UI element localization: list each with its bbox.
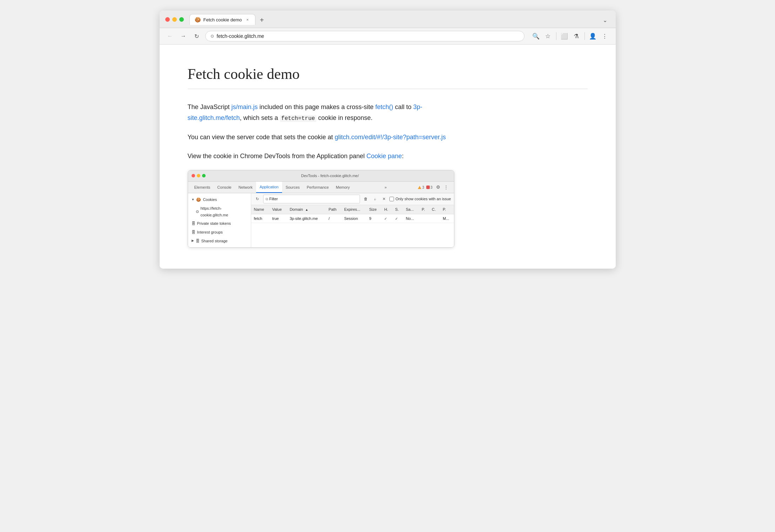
bookmark-star-icon[interactable]: ☆ [543,31,553,41]
dt-only-issues-row: Only show cookies with an issue [389,196,451,202]
dt-refresh-button[interactable]: ↻ [254,196,261,203]
browser-toolbar-icons: 🔍 ☆ ⬜ ⚗ 👤 ⋮ [531,31,610,41]
th-path: Path [326,205,341,214]
dt-sidebar-private-state-tokens[interactable]: 🗄 Private state tokens [188,219,251,228]
dt-settings-icon[interactable]: ⚙ [436,183,440,191]
dt-sidebar-cookies-url[interactable]: ⊙ https://fetch-cookie.glitch.me [188,204,251,219]
link-js-main[interactable]: js/main.js [232,103,258,110]
dt-tab-more[interactable]: » [382,182,389,193]
dt-tabs: Elements Console Network Application Sou… [188,182,454,194]
dt-db-icon-1: 🗄 [192,220,195,227]
paragraph-1: The JavaScript js/main.js included on th… [188,102,468,123]
traffic-light-yellow[interactable] [172,17,177,22]
url-security-icon: ⊙ [211,34,214,39]
link-fetch[interactable]: fetch() [375,103,393,110]
dt-warning-triangle-badge: 3 [418,184,424,190]
dt-tab-console[interactable]: Console [214,182,235,193]
tab-title: Fetch cookie demo [203,17,242,22]
td-domain: 3p-site.glitch.me [287,214,326,223]
dt-sidebar-interest-groups[interactable]: 🗄 Interest groups [188,228,251,237]
para1-text-before: The JavaScript [188,103,232,110]
browser-tab-active[interactable]: 🍪 Fetch cookie demo × [189,14,256,25]
dt-db-icon-2: 🗄 [192,229,195,236]
url-text: fetch-cookie.glitch.me [217,33,519,39]
dt-cookies-url-icon: ⊙ [196,208,199,215]
dt-cookies-label: Cookies [203,196,217,203]
dt-tab-application[interactable]: Application [256,182,282,193]
th-s: S. [392,205,403,214]
experiment-icon[interactable]: ⚗ [571,31,582,41]
paragraph-2: You can view the server code that sets t… [188,132,468,143]
dt-only-issues-label: Only show cookies with an issue [395,196,451,202]
dt-close-filter-button[interactable]: ✕ [380,196,387,203]
browser-window: 🍪 Fetch cookie demo × + ⌄ ← → ↻ ⊙ fetch-… [160,11,616,269]
para1-text-middle: included on this page makes a cross-site [258,103,375,110]
extensions-icon[interactable]: ⬜ [559,31,570,41]
back-button[interactable]: ← [165,31,175,41]
tab-favicon: 🍪 [195,17,201,22]
traffic-light-green[interactable] [179,17,184,22]
reload-button[interactable]: ↻ [192,31,202,41]
para3-text-before: View the cookie in Chrome DevTools from … [188,153,367,160]
code-fetch-true: fetch=true [280,115,316,122]
tabs-row: 🍪 Fetch cookie demo × + ⌄ [189,14,610,25]
tab-expand-button[interactable]: ⌄ [600,15,610,25]
th-value: Value [269,205,287,214]
td-p2: M... [440,214,454,223]
th-c: C. [429,205,440,214]
page-title: Fetch cookie demo [188,66,588,82]
dt-tab-network[interactable]: Network [235,182,256,193]
url-bar[interactable]: ⊙ fetch-cookie.glitch.me [205,31,525,41]
new-tab-button[interactable]: + [257,15,267,25]
dt-cookies-icon: 🍪 [196,196,201,203]
dt-cookies-url-label: https://fetch-cookie.glitch.me [201,205,247,218]
th-p: P. [419,205,429,214]
traffic-light-red[interactable] [165,17,170,22]
chrome-menu-icon[interactable]: ⋮ [600,31,610,41]
td-value: true [269,214,287,223]
dt-db-icon-3: 🗄 [196,238,200,244]
th-name: Name [251,205,269,214]
td-s: ✓ [392,214,403,223]
dt-only-issues-checkbox[interactable] [389,197,394,201]
dt-cookies-table: Name Value Domain ▲ Path Expires... Size… [251,205,454,223]
dt-warn-square-icon [426,186,430,189]
dt-tab-sources[interactable]: Sources [282,182,303,193]
table-row[interactable]: fetch true 3p-site.glitch.me / Session 9… [251,214,454,223]
dt-tab-memory[interactable]: Memory [332,182,353,193]
dt-filter-label: Filter [269,196,278,202]
forward-button[interactable]: → [179,31,188,41]
td-size: 9 [366,214,381,223]
dt-sidebar-cookies[interactable]: ▼ 🍪 Cookies [188,195,251,204]
para1-text-after2: , which sets a [240,114,280,121]
dt-menu-icon[interactable]: ⋮ [444,183,448,191]
dt-shared-storage-label: Shared storage [201,238,228,244]
dt-tab-performance[interactable]: Performance [303,182,332,193]
paragraph-3: View the cookie in Chrome DevTools from … [188,151,468,162]
dt-sidebar: ▼ 🍪 Cookies ⊙ https://fetch-cookie.glitc… [188,193,251,247]
dt-sidebar-shared-storage[interactable]: ▶ 🗄 Shared storage [188,237,251,245]
link-cookie-pane[interactable]: Cookie pane [366,153,402,160]
traffic-lights [165,17,184,22]
profile-icon[interactable]: 👤 [588,31,598,41]
tab-close-button[interactable]: × [245,17,250,22]
td-sa: No... [403,214,419,223]
th-p2: P. [440,205,454,214]
dt-clear-button[interactable]: 🗑 [362,196,369,203]
td-name: fetch [251,214,269,223]
dt-warning-square-badge: 3 [426,184,433,190]
dt-warn-triangle-icon [418,186,421,189]
devtools-screenshot: DevTools - fetch-cookie.glitch.me/ Eleme… [188,170,454,248]
dt-table-header-row: Name Value Domain ▲ Path Expires... Size… [251,205,454,214]
page-divider [188,89,588,89]
search-icon[interactable]: 🔍 [531,31,541,41]
title-bar: 🍪 Fetch cookie demo × + ⌄ [160,11,616,28]
dt-filter-input[interactable]: ⧉ Filter [263,195,360,203]
toolbar-divider [556,32,556,40]
link-glitch-server[interactable]: glitch.com/edit/#!/3p-site?path=server.j… [335,134,446,141]
th-domain-sort-icon: ▲ [305,207,308,213]
dt-tab-elements[interactable]: Elements [191,182,214,193]
dt-info-button[interactable]: 𝓲 [371,196,378,203]
td-c [429,214,440,223]
para3-text-end: : [402,153,404,160]
